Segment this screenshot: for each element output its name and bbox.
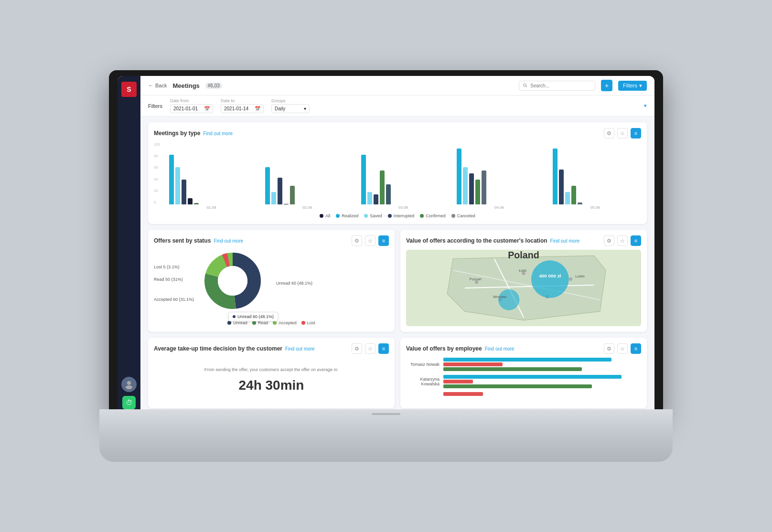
middle-row: Offers sent by status Find out more ⚙ ☆ … bbox=[148, 230, 647, 332]
accepted-label: Accepted 60 (31.1%) bbox=[154, 297, 194, 302]
legend-label-saved: Saved bbox=[370, 213, 382, 218]
calendar-icon-2: 📅 bbox=[255, 106, 260, 111]
bar bbox=[374, 194, 378, 204]
search-box[interactable] bbox=[519, 81, 595, 91]
map-card-actions: ⚙ ☆ ≡ bbox=[604, 235, 641, 246]
bar-chart bbox=[165, 142, 641, 204]
employee-find-out-more[interactable]: Find out more bbox=[485, 346, 515, 351]
employee-settings-button[interactable]: ⚙ bbox=[604, 343, 614, 354]
date-to-input[interactable]: 2021-01-14 📅 bbox=[221, 104, 264, 113]
date-to-value: 2021-01-14 bbox=[224, 106, 248, 111]
employee-star-button[interactable]: ☆ bbox=[617, 343, 628, 354]
user-avatar[interactable] bbox=[121, 377, 137, 392]
employee-offers-card: Value of offers by employee Find out mor… bbox=[400, 338, 647, 408]
employee-card-title: Value of offers by employee bbox=[406, 345, 482, 352]
back-button[interactable]: ← Back bbox=[148, 83, 167, 88]
bar bbox=[475, 180, 480, 204]
read-label: Read 50 (31%) bbox=[154, 277, 194, 282]
groups-value: Daily bbox=[275, 106, 285, 111]
legend-label-all: All bbox=[325, 213, 330, 218]
avg-time-value: 24h 30min bbox=[154, 378, 389, 393]
date-from-input[interactable]: 2021-01-01 📅 bbox=[170, 104, 213, 113]
avg-menu-button[interactable]: ≡ bbox=[378, 343, 389, 354]
add-button[interactable]: + bbox=[601, 80, 612, 91]
avg-time-find-out-more[interactable]: Find out more bbox=[285, 346, 315, 351]
meetings-find-out-more[interactable]: Find out more bbox=[203, 131, 233, 136]
donut-chart: Unread 60 (48.1%) bbox=[202, 250, 268, 317]
chart-label: 03.08 bbox=[361, 205, 446, 210]
search-input[interactable] bbox=[530, 83, 591, 88]
chevron-down-icon: ▾ bbox=[639, 83, 642, 89]
filters-button[interactable]: Filters ▾ bbox=[618, 81, 647, 91]
avg-time-card: Average take-up time decision by the cus… bbox=[148, 338, 395, 408]
filter-expand-button[interactable]: ▾ bbox=[644, 103, 647, 109]
bar bbox=[182, 180, 186, 204]
map-menu-button[interactable]: ≡ bbox=[631, 235, 641, 246]
svg-text:Poland: Poland bbox=[508, 250, 539, 261]
clock-icon: ⏱ bbox=[126, 399, 132, 406]
bar bbox=[278, 178, 282, 204]
bar bbox=[553, 149, 558, 204]
chart-label: 01.08 bbox=[169, 205, 254, 210]
employee-row-2: Katarzyna Kowalska bbox=[406, 375, 641, 388]
map-find-out-more[interactable]: Find out more bbox=[550, 238, 580, 244]
clock-button[interactable]: ⏱ bbox=[122, 396, 136, 409]
content-area: Meetings by type Find out more ⚙ ☆ ≡ 1 bbox=[140, 117, 654, 415]
map-star-button[interactable]: ☆ bbox=[617, 235, 628, 246]
bar bbox=[380, 170, 385, 204]
employee-menu-button[interactable]: ≡ bbox=[631, 343, 641, 354]
svg-text:400 000 zł: 400 000 zł bbox=[539, 273, 561, 278]
page-title: Meetings bbox=[172, 82, 199, 89]
meetings-star-button[interactable]: ☆ bbox=[617, 128, 628, 138]
bar bbox=[559, 170, 564, 204]
avg-settings-button[interactable]: ⚙ bbox=[352, 343, 362, 354]
back-arrow-icon: ← bbox=[148, 83, 153, 88]
offers-status-card: Offers sent by status Find out more ⚙ ☆ … bbox=[148, 230, 395, 332]
bar-chart-container: 100 80 60 40 20 0 bbox=[154, 142, 641, 210]
map-card-title: Value of offers according to the custome… bbox=[406, 237, 547, 244]
avg-time-content: From sending the offer, your customers a… bbox=[154, 358, 389, 403]
offers-card-header: Offers sent by status Find out more ⚙ ☆ … bbox=[154, 235, 389, 246]
offers-menu-button[interactable]: ≡ bbox=[378, 235, 389, 246]
avg-time-header: Average take-up time decision by the cus… bbox=[154, 343, 389, 354]
chart-legend: All Realized Saved bbox=[154, 213, 641, 218]
map-settings-button[interactable]: ⚙ bbox=[604, 235, 614, 246]
employee-name-1: Tomasz Nowak bbox=[406, 362, 440, 367]
legend-label-realized: Realized bbox=[342, 213, 358, 218]
bar bbox=[175, 167, 180, 204]
avg-star-button[interactable]: ☆ bbox=[365, 343, 375, 354]
bar bbox=[571, 186, 576, 204]
svg-text:Łódź: Łódź bbox=[519, 268, 526, 273]
legend-interrupted: Interrupted bbox=[388, 213, 415, 218]
map-card: Value of offers according to the custome… bbox=[400, 230, 647, 332]
bottom-row: Average take-up time decision by the cus… bbox=[148, 338, 647, 408]
emp-bar bbox=[443, 392, 483, 396]
offers-settings-button[interactable]: ⚙ bbox=[352, 235, 362, 246]
meetings-settings-button[interactable]: ⚙ bbox=[604, 128, 614, 138]
legend-dot-all bbox=[320, 214, 323, 218]
tooltip-dot bbox=[233, 315, 236, 318]
offers-find-out-more[interactable]: Find out more bbox=[214, 238, 243, 244]
offers-star-button[interactable]: ☆ bbox=[365, 235, 375, 246]
donut-tooltip: Unread 60 (48.1%) bbox=[228, 312, 278, 321]
legend-lost: Lost bbox=[301, 320, 315, 325]
legend-label-confirmed: Confirmed bbox=[426, 213, 446, 218]
page-badge: #6,03 bbox=[205, 83, 222, 89]
meetings-menu-button[interactable]: ≡ bbox=[631, 128, 641, 138]
avg-time-actions: ⚙ ☆ ≡ bbox=[352, 343, 389, 354]
logo-text: S bbox=[127, 85, 131, 93]
svg-text:Lublin: Lublin bbox=[575, 274, 585, 278]
emp-bar bbox=[443, 362, 503, 366]
svg-point-18 bbox=[531, 260, 569, 298]
app-logo[interactable]: S bbox=[121, 82, 137, 97]
offers-card-actions: ⚙ ☆ ≡ bbox=[352, 235, 389, 246]
bar bbox=[457, 149, 461, 204]
bar bbox=[290, 186, 295, 204]
employee-bars: Tomasz Nowak Katarzyna Kowalsk bbox=[406, 358, 641, 396]
legend-confirmed: Confirmed bbox=[420, 213, 446, 218]
groups-select[interactable]: Daily ▾ bbox=[271, 104, 310, 113]
emp-bar bbox=[443, 380, 473, 383]
bar bbox=[463, 167, 468, 204]
bar bbox=[469, 173, 474, 204]
map-card-header: Value of offers according to the custome… bbox=[406, 235, 641, 246]
